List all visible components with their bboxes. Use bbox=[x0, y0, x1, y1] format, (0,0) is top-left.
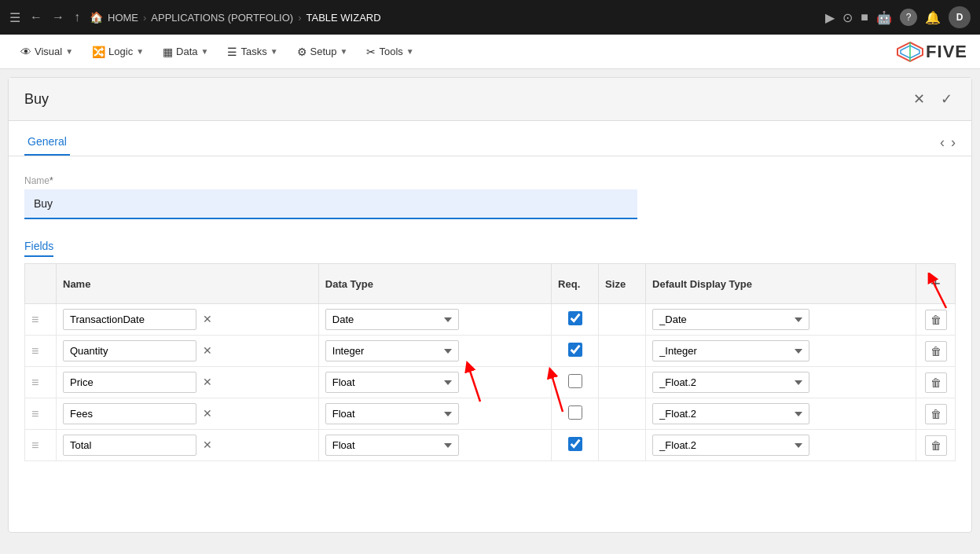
field-name-cell: ✕ bbox=[57, 398, 319, 430]
field-display-select[interactable]: _Date_Integer_Float.2_String_Boolean bbox=[652, 372, 809, 393]
drag-handle-icon[interactable]: ≡ bbox=[31, 407, 39, 420]
confirm-button[interactable]: ✓ bbox=[938, 87, 956, 111]
tab-prev-button[interactable]: ‹ bbox=[940, 134, 945, 151]
tab-next-button[interactable]: › bbox=[951, 134, 956, 151]
navbar: 👁 Visual ▼ 🔀 Logic ▼ ▦ Data ▼ ☰ Tasks ▼ … bbox=[0, 35, 980, 69]
delete-field-button[interactable]: 🗑 bbox=[925, 310, 947, 330]
field-display-select[interactable]: _Date_Integer_Float.2_String_Boolean bbox=[652, 340, 809, 361]
logic-label: Logic bbox=[108, 46, 133, 57]
help-button[interactable]: ? bbox=[900, 9, 917, 26]
tasks-arrow: ▼ bbox=[270, 47, 278, 56]
req-checkbox[interactable] bbox=[568, 311, 582, 325]
field-name-input[interactable] bbox=[63, 309, 196, 330]
visual-arrow: ▼ bbox=[65, 47, 73, 56]
field-type-select[interactable]: DateIntegerFloatStringBooleanDateTime bbox=[325, 340, 459, 361]
field-name-input[interactable] bbox=[63, 340, 196, 361]
field-size-cell bbox=[599, 430, 646, 461]
header-actions: ✕ ✓ bbox=[910, 87, 956, 111]
wizard-nav: TABLE WIZARD bbox=[306, 12, 381, 24]
field-type-cell: DateIntegerFloatStringBooleanDateTime bbox=[318, 336, 551, 367]
bell-button[interactable]: 🔔 bbox=[925, 10, 941, 25]
drag-handle-icon[interactable]: ≡ bbox=[31, 376, 39, 389]
close-button[interactable]: ✕ bbox=[910, 87, 928, 111]
field-type-cell: DateIntegerFloatStringBooleanDateTime bbox=[318, 430, 551, 461]
req-checkbox[interactable] bbox=[568, 405, 582, 420]
play-button[interactable]: ▶ bbox=[825, 10, 835, 25]
th-drag bbox=[25, 264, 57, 304]
clear-field-button[interactable]: ✕ bbox=[200, 311, 215, 327]
name-input[interactable] bbox=[24, 189, 637, 219]
menu-icon[interactable]: ☰ bbox=[9, 10, 20, 25]
field-display-cell: _Date_Integer_Float.2_String_Boolean bbox=[646, 398, 916, 430]
field-display-select[interactable]: _Date_Integer_Float.2_String_Boolean bbox=[652, 435, 809, 456]
delete-field-button[interactable]: 🗑 bbox=[925, 341, 947, 361]
tasks-label: Tasks bbox=[240, 46, 266, 57]
five-logo: FIVE bbox=[896, 41, 967, 63]
nav-tasks[interactable]: ☰ Tasks ▼ bbox=[219, 41, 285, 63]
field-size-cell bbox=[599, 367, 646, 398]
field-delete-cell: 🗑 bbox=[916, 336, 956, 367]
tab-general[interactable]: General bbox=[24, 129, 70, 156]
th-add: + bbox=[916, 264, 956, 304]
nav-data[interactable]: ▦ Data ▼ bbox=[155, 41, 216, 63]
drag-handle-icon[interactable]: ≡ bbox=[31, 344, 39, 358]
field-type-select[interactable]: DateIntegerFloatStringBooleanDateTime bbox=[325, 403, 459, 424]
forward-icon[interactable]: → bbox=[52, 10, 64, 24]
th-datatype: Data Type bbox=[318, 264, 551, 304]
field-name-cell: ✕ bbox=[57, 304, 319, 336]
field-display-select[interactable]: _Date_Integer_Float.2_String_Boolean bbox=[652, 309, 809, 330]
field-size-cell bbox=[599, 398, 646, 430]
field-name-input[interactable] bbox=[63, 403, 196, 424]
field-type-select[interactable]: DateIntegerFloatStringBooleanDateTime bbox=[325, 372, 459, 393]
field-name-cell: ✕ bbox=[57, 430, 319, 461]
home-nav[interactable]: HOME bbox=[108, 12, 138, 24]
field-req-cell bbox=[552, 398, 599, 430]
field-type-select[interactable]: DateIntegerFloatStringBooleanDateTime bbox=[325, 435, 459, 456]
th-req: Req. bbox=[552, 264, 599, 304]
field-name-input[interactable] bbox=[63, 372, 196, 393]
drag-handle-icon[interactable]: ≡ bbox=[31, 313, 39, 326]
field-delete-cell: 🗑 bbox=[916, 430, 956, 461]
nav-logic[interactable]: 🔀 Logic ▼ bbox=[84, 41, 152, 63]
field-name-input[interactable] bbox=[63, 435, 196, 456]
req-checkbox[interactable] bbox=[568, 374, 582, 388]
nav-visual[interactable]: 👁 Visual ▼ bbox=[13, 41, 81, 63]
back-icon[interactable]: ← bbox=[30, 10, 42, 24]
req-checkbox[interactable] bbox=[568, 343, 582, 357]
name-section: Name* bbox=[9, 156, 971, 232]
clear-field-button[interactable]: ✕ bbox=[200, 437, 215, 453]
field-display-cell: _Date_Integer_Float.2_String_Boolean bbox=[646, 367, 916, 398]
add-field-button[interactable]: + bbox=[926, 272, 945, 295]
drag-handle-cell: ≡ bbox=[25, 367, 57, 398]
data-arrow: ▼ bbox=[201, 47, 209, 56]
up-icon[interactable]: ↑ bbox=[74, 10, 80, 24]
visual-label: Visual bbox=[35, 46, 62, 57]
drag-handle-icon[interactable]: ≡ bbox=[31, 438, 39, 452]
clear-field-button[interactable]: ✕ bbox=[200, 343, 215, 358]
drag-handle-cell: ≡ bbox=[25, 398, 57, 430]
nav-tools[interactable]: ✂ Tools ▼ bbox=[358, 41, 421, 63]
stop-button[interactable]: ■ bbox=[861, 10, 868, 24]
delete-field-button[interactable]: 🗑 bbox=[925, 435, 947, 456]
search-button[interactable]: ⊙ bbox=[842, 10, 853, 25]
field-req-cell bbox=[552, 367, 599, 398]
drag-handle-cell: ≡ bbox=[25, 430, 57, 461]
tabs-section: General ‹ › bbox=[9, 121, 971, 156]
topbar-right: ▶ ⊙ ■ 🤖 ? 🔔 D bbox=[825, 6, 971, 28]
tools-icon: ✂ bbox=[366, 46, 376, 58]
delete-field-button[interactable]: 🗑 bbox=[925, 404, 947, 424]
apps-nav[interactable]: APPLICATIONS (PORTFOLIO) bbox=[151, 12, 293, 24]
field-type-select[interactable]: DateIntegerFloatStringBooleanDateTime bbox=[325, 309, 459, 330]
delete-field-button[interactable]: 🗑 bbox=[925, 372, 947, 393]
avatar[interactable]: D bbox=[949, 6, 971, 28]
clear-field-button[interactable]: ✕ bbox=[200, 405, 215, 421]
setup-icon: ⚙ bbox=[297, 46, 307, 58]
setup-arrow: ▼ bbox=[340, 47, 348, 56]
nav-setup[interactable]: ⚙ Setup ▼ bbox=[289, 41, 356, 63]
field-display-cell: _Date_Integer_Float.2_String_Boolean bbox=[646, 430, 916, 461]
tab-navigation: ‹ › bbox=[940, 134, 956, 151]
field-display-select[interactable]: _Date_Integer_Float.2_String_Boolean bbox=[652, 403, 809, 424]
req-checkbox[interactable] bbox=[568, 437, 582, 451]
clear-field-button[interactable]: ✕ bbox=[200, 374, 215, 390]
robot-button[interactable]: 🤖 bbox=[876, 10, 892, 25]
